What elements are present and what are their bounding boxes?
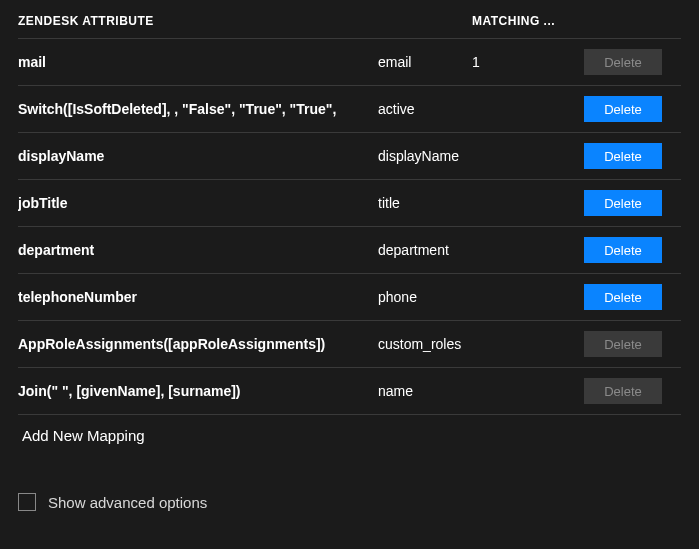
target-attribute-cell: phone — [378, 289, 472, 305]
table-body: mailemail1DeleteSwitch([IsSoftDeleted], … — [18, 39, 681, 415]
source-attribute-cell: AppRoleAssignments([appRoleAssignments]) — [18, 336, 378, 352]
action-cell: Delete — [572, 143, 662, 169]
target-attribute-cell: department — [378, 242, 472, 258]
action-cell: Delete — [572, 237, 662, 263]
table-row[interactable]: AppRoleAssignments([appRoleAssignments])… — [18, 321, 681, 368]
action-cell: Delete — [572, 378, 662, 404]
source-attribute-cell: Join(" ", [givenName], [surname]) — [18, 383, 378, 399]
header-matching: Matching ... — [472, 14, 572, 28]
delete-button[interactable]: Delete — [584, 96, 662, 122]
action-cell: Delete — [572, 49, 662, 75]
target-attribute-cell: active — [378, 101, 472, 117]
table-row[interactable]: mailemail1Delete — [18, 39, 681, 86]
source-attribute-cell: telephoneNumber — [18, 289, 378, 305]
footer: Show advanced options — [18, 493, 207, 511]
show-advanced-checkbox[interactable] — [18, 493, 36, 511]
delete-button[interactable]: Delete — [584, 237, 662, 263]
action-cell: Delete — [572, 284, 662, 310]
target-attribute-cell: email — [378, 54, 472, 70]
target-attribute-cell: name — [378, 383, 472, 399]
target-attribute-cell: displayName — [378, 148, 472, 164]
action-cell: Delete — [572, 190, 662, 216]
source-attribute-cell: jobTitle — [18, 195, 378, 211]
source-attribute-cell: department — [18, 242, 378, 258]
table-row[interactable]: jobTitletitleDelete — [18, 180, 681, 227]
delete-button[interactable]: Delete — [584, 190, 662, 216]
source-attribute-cell: displayName — [18, 148, 378, 164]
delete-button: Delete — [584, 378, 662, 404]
delete-button[interactable]: Delete — [584, 143, 662, 169]
header-zendesk-attribute: Zendesk Attribute — [18, 14, 378, 28]
delete-button: Delete — [584, 331, 662, 357]
table-row[interactable]: departmentdepartmentDelete — [18, 227, 681, 274]
show-advanced-label: Show advanced options — [48, 494, 207, 511]
table-header-row: Zendesk Attribute Matching ... — [18, 0, 681, 39]
table-row[interactable]: Join(" ", [givenName], [surname])nameDel… — [18, 368, 681, 415]
attribute-mapping-panel: Zendesk Attribute Matching ... mailemail… — [0, 0, 699, 462]
source-attribute-cell: Switch([IsSoftDeleted], , "False", "True… — [18, 101, 378, 117]
add-new-mapping-link[interactable]: Add New Mapping — [18, 415, 681, 444]
delete-button: Delete — [584, 49, 662, 75]
action-cell: Delete — [572, 96, 662, 122]
action-cell: Delete — [572, 331, 662, 357]
table-row[interactable]: Switch([IsSoftDeleted], , "False", "True… — [18, 86, 681, 133]
target-attribute-cell: title — [378, 195, 472, 211]
table-row[interactable]: displayNamedisplayNameDelete — [18, 133, 681, 180]
delete-button[interactable]: Delete — [584, 284, 662, 310]
source-attribute-cell: mail — [18, 54, 378, 70]
table-row[interactable]: telephoneNumberphoneDelete — [18, 274, 681, 321]
matching-precedence-cell: 1 — [472, 54, 572, 70]
target-attribute-cell: custom_roles — [378, 336, 472, 352]
